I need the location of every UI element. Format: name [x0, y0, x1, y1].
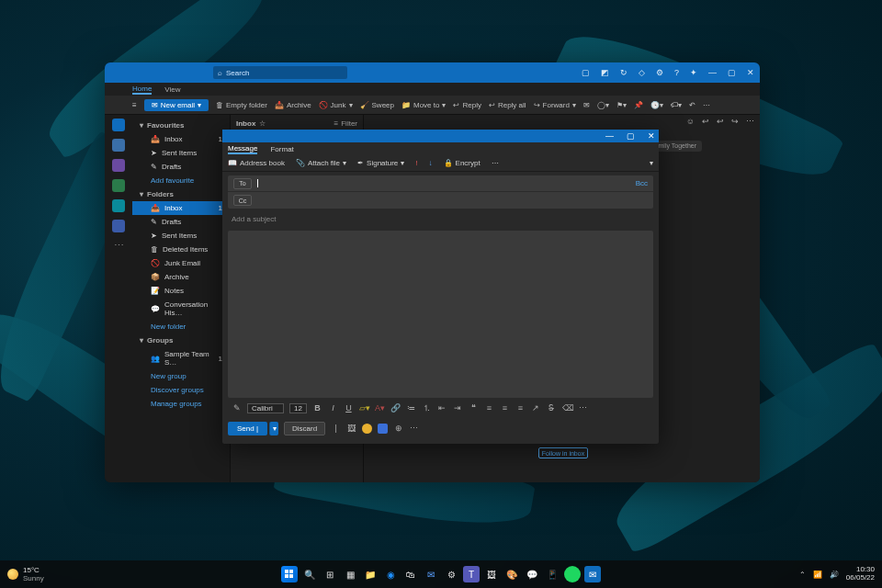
folder-item[interactable]: 👥Sample Team S…1 — [132, 347, 230, 369]
font-color-icon[interactable]: A▾ — [375, 403, 385, 413]
sync-icon[interactable]: ↻ — [620, 68, 628, 77]
wifi-icon[interactable]: 📶 — [813, 571, 822, 579]
edge-icon[interactable]: ◉ — [382, 566, 399, 582]
folder-item[interactable]: 📥Inbox1 — [132, 132, 230, 146]
flag-icon[interactable]: ⚑▾ — [616, 101, 627, 109]
compose-more-icon[interactable]: ⋯ — [492, 159, 499, 167]
folder-item[interactable]: 📦Archive — [132, 270, 230, 284]
settings-taskbar-icon[interactable]: ⚙ — [443, 566, 459, 582]
outlook-taskbar-icon[interactable]: ✉ — [423, 566, 439, 582]
tray-chevron-icon[interactable]: ⌃ — [799, 571, 806, 579]
pin-icon[interactable]: 📌 — [634, 101, 643, 109]
outdent-icon[interactable]: ⇤ — [437, 403, 447, 413]
emoji-icon[interactable] — [362, 424, 372, 434]
follow-in-inbox-button[interactable]: Follow in inbox — [538, 447, 588, 458]
folder-item[interactable]: 💬Conversation His… — [132, 298, 230, 320]
photos-icon[interactable]: 🖼 — [483, 566, 500, 582]
settings-icon[interactable]: ⚙ — [656, 68, 663, 77]
clear-format-icon[interactable]: ⌫ — [562, 403, 572, 413]
start-button[interactable] — [281, 566, 298, 582]
app-icon[interactable] — [378, 424, 388, 434]
junk-button[interactable]: 🚫 Junk ▾ — [319, 101, 353, 109]
folder-item[interactable]: ✎Drafts — [132, 160, 230, 174]
link-icon[interactable]: 🔗 — [390, 403, 401, 413]
favourites-header[interactable]: ▾ Favourites — [132, 119, 230, 132]
rail-todo-icon[interactable] — [112, 199, 125, 212]
search-taskbar-icon[interactable]: 🔍 — [301, 566, 318, 582]
manage-groups-link[interactable]: Manage groups — [132, 397, 230, 411]
attach-file-button[interactable]: 📎 Attach file ▾ — [296, 159, 346, 167]
align-left-icon[interactable]: ≡ — [484, 403, 494, 413]
meet-now-icon[interactable]: ▢ — [582, 68, 590, 77]
bold-icon[interactable]: B — [312, 403, 322, 413]
explorer-icon[interactable]: 📁 — [362, 566, 379, 582]
indent-icon[interactable]: ⇥ — [453, 403, 463, 413]
folder-item[interactable]: 🚫Junk Email — [132, 256, 230, 270]
send-split-icon[interactable]: ▾ — [269, 422, 278, 435]
align-center-icon[interactable]: ≡ — [500, 403, 510, 413]
filter-button[interactable]: ≡ Filter — [334, 119, 357, 128]
compose-tab-format[interactable]: Format — [270, 145, 293, 153]
discard-button[interactable]: Discard — [284, 422, 325, 435]
help-icon[interactable]: ? — [674, 68, 679, 77]
window-close-icon[interactable]: ✕ — [747, 68, 754, 77]
compose-minimize-icon[interactable]: — — [605, 131, 614, 141]
highlight-icon[interactable]: ▱▾ — [359, 403, 369, 413]
quick-steps-icon[interactable]: ✉ — [583, 101, 590, 109]
cc-button[interactable]: Cc — [233, 195, 252, 206]
new-group-link[interactable]: New group — [132, 369, 230, 383]
underline-icon[interactable]: U — [344, 403, 354, 413]
move-to-button[interactable]: 📁 Move to ▾ — [401, 101, 446, 109]
format-more-icon[interactable]: ⋯ — [578, 403, 588, 413]
folder-item[interactable]: 📝Notes — [132, 284, 230, 298]
smile-icon[interactable]: ☺ — [686, 117, 695, 126]
spotify-icon[interactable] — [564, 566, 581, 582]
rail-word-icon[interactable] — [112, 220, 125, 232]
folder-item[interactable]: 🗑Deleted Items — [132, 243, 230, 256]
message-body[interactable] — [228, 231, 653, 398]
compose-close-icon[interactable]: ✕ — [648, 131, 655, 141]
rail-more-icon[interactable]: ⋯ — [114, 240, 124, 252]
window-minimize-icon[interactable]: — — [708, 68, 717, 77]
menu-icon[interactable]: ≡ — [132, 101, 137, 109]
tab-home[interactable]: Home — [132, 85, 152, 95]
font-size-select[interactable]: 12 — [289, 403, 307, 413]
bell-icon[interactable]: ◇ — [639, 68, 645, 77]
tab-view[interactable]: View — [164, 85, 180, 94]
strike-icon[interactable]: S̶ — [547, 403, 557, 413]
rail-calendar-icon[interactable] — [112, 139, 125, 152]
compose-tab-message[interactable]: Message — [228, 144, 257, 154]
send-button[interactable]: Send | — [228, 422, 267, 435]
task-view-icon[interactable]: ⊞ — [322, 566, 338, 582]
whatsnew-icon[interactable]: ✦ — [690, 68, 697, 77]
forward-icon[interactable]: ↪ — [731, 117, 739, 126]
rail-mail-icon[interactable] — [112, 119, 125, 131]
new-folder-link[interactable]: New folder — [132, 320, 230, 334]
teams-icon[interactable]: T — [463, 566, 480, 582]
phone-icon[interactable]: 📱 — [544, 566, 560, 582]
volume-icon[interactable]: 🔊 — [830, 571, 839, 579]
sweep-button[interactable]: 🧹 Sweep — [360, 101, 394, 109]
add-favourite-link[interactable]: Add favourite — [132, 174, 230, 187]
high-importance-icon[interactable]: ! — [415, 159, 417, 167]
reply-icon[interactable]: ↩ — [702, 117, 709, 126]
bcc-link[interactable]: Bcc — [636, 179, 648, 187]
format-painter-icon[interactable]: ✎ — [232, 403, 242, 413]
low-importance-icon[interactable]: ↓ — [429, 159, 433, 167]
subject-field[interactable]: Add a subject — [228, 211, 653, 228]
mail-taskbar-icon[interactable]: ✉ — [584, 566, 601, 582]
quote-icon[interactable]: ❝ — [469, 403, 479, 413]
reply-button[interactable]: ↩ Reply — [453, 101, 481, 109]
encrypt-button[interactable]: 🔒 Encrypt — [444, 159, 481, 167]
widgets-icon[interactable]: ▦ — [342, 566, 358, 582]
font-name-select[interactable]: Calibri — [247, 403, 284, 413]
more-actions-icon[interactable]: ⋯ — [746, 117, 754, 126]
to-field[interactable] — [257, 179, 630, 187]
ltr-icon[interactable]: ↗ — [531, 403, 541, 413]
folder-item[interactable]: ➤Sent Items — [132, 146, 230, 160]
forward-button[interactable]: ↪ Forward ▾ — [534, 101, 576, 109]
bullets-icon[interactable]: ≔ — [406, 403, 416, 413]
star-icon[interactable]: ☆ — [259, 119, 266, 128]
new-email-button[interactable]: ✉ New email ▾ — [144, 99, 209, 111]
groups-header[interactable]: ▾ Groups — [132, 334, 230, 347]
